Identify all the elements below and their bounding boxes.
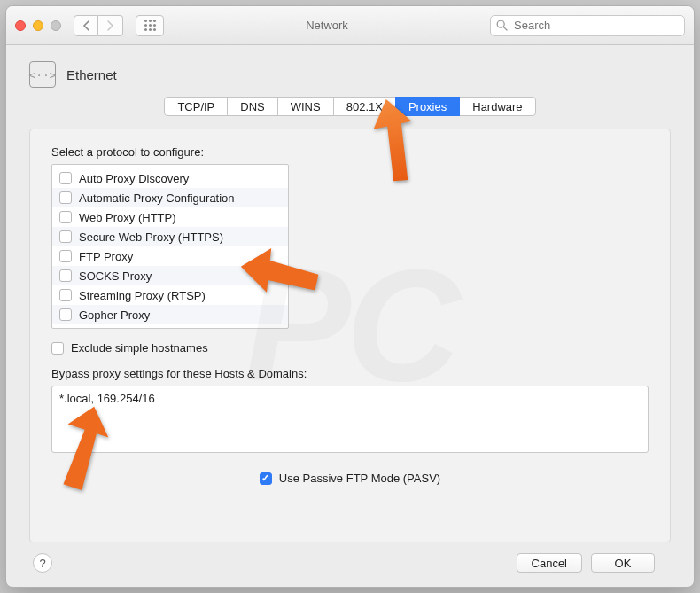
close-icon[interactable]	[15, 20, 26, 31]
protocol-label: Automatic Proxy Configuration	[79, 191, 235, 205]
search-wrap	[490, 15, 685, 36]
protocol-item[interactable]: Secure Web Proxy (HTTPS)	[52, 227, 288, 246]
ethernet-icon: <··>	[29, 61, 56, 88]
footer: ? Cancel OK	[29, 542, 671, 573]
protocol-item[interactable]: Auto Proxy Discovery	[52, 168, 288, 188]
tab-wins[interactable]: WINS	[277, 97, 334, 116]
bypass-field[interactable]	[51, 386, 649, 453]
protocol-item[interactable]: Gopher Proxy	[52, 305, 288, 324]
outer-frame: Network PC <··> Ethernet TCP/IPDNSWINS80…	[0, 0, 700, 593]
help-button[interactable]: ?	[33, 553, 52, 573]
protocol-list[interactable]: Auto Proxy DiscoveryAutomatic Proxy Conf…	[51, 164, 289, 329]
protocol-label: Gopher Proxy	[79, 308, 150, 322]
nav-buttons	[74, 15, 123, 36]
protocol-item[interactable]: Automatic Proxy Configuration	[52, 188, 288, 207]
interface-name: Ethernet	[66, 67, 117, 82]
window-controls	[15, 20, 61, 31]
protocol-item[interactable]: Web Proxy (HTTP)	[52, 207, 288, 227]
protocol-label: Select a protocol to configure:	[51, 145, 649, 159]
protocol-label: Streaming Proxy (RTSP)	[79, 289, 206, 302]
chevron-left-icon	[82, 20, 90, 31]
tab-8021x[interactable]: 802.1X	[333, 97, 396, 116]
protocol-item[interactable]: Streaming Proxy (RTSP)	[52, 285, 288, 305]
protocol-checkbox[interactable]	[59, 308, 72, 321]
exclude-row[interactable]: Exclude simple hostnames	[51, 341, 649, 355]
protocol-label: Secure Web Proxy (HTTPS)	[79, 230, 223, 244]
zoom-icon	[51, 20, 61, 31]
tab-hardware[interactable]: Hardware	[459, 97, 535, 116]
protocol-checkbox[interactable]	[59, 172, 72, 184]
ok-button[interactable]: OK	[591, 553, 655, 573]
bypass-label: Bypass proxy settings for these Hosts & …	[51, 367, 649, 380]
cancel-button[interactable]: Cancel	[517, 553, 582, 573]
grid-icon	[144, 20, 156, 31]
search-input[interactable]	[490, 15, 685, 36]
search-icon	[496, 20, 508, 34]
protocol-checkbox[interactable]	[59, 250, 72, 262]
protocol-item[interactable]: SOCKS Proxy	[52, 266, 288, 285]
protocol-label: FTP Proxy	[79, 250, 133, 263]
protocol-label: Auto Proxy Discovery	[79, 172, 189, 185]
protocol-item[interactable]: FTP Proxy	[52, 246, 288, 266]
pasv-label: Use Passive FTP Mode (PASV)	[279, 472, 440, 485]
chevron-right-icon	[106, 20, 114, 31]
window-title: Network	[171, 19, 483, 32]
protocol-checkbox[interactable]	[59, 191, 72, 204]
svg-line-1	[503, 27, 507, 30]
tab-bar: TCP/IPDNSWINS802.1XProxiesHardware	[29, 97, 671, 116]
body: PC <··> Ethernet TCP/IPDNSWINS802.1XProx…	[6, 45, 694, 587]
tab-dns[interactable]: DNS	[227, 97, 277, 116]
protocol-checkbox[interactable]	[59, 289, 72, 301]
forward-button[interactable]	[98, 15, 123, 36]
pasv-row[interactable]: Use Passive FTP Mode (PASV)	[51, 472, 649, 485]
protocol-label: SOCKS Proxy	[79, 269, 152, 283]
minimize-icon[interactable]	[33, 20, 43, 31]
interface-header: <··> Ethernet	[29, 61, 671, 88]
titlebar: Network	[6, 6, 694, 45]
exclude-label: Exclude simple hostnames	[71, 341, 208, 355]
protocol-checkbox[interactable]	[59, 211, 72, 223]
exclude-checkbox[interactable]	[51, 342, 64, 355]
show-all-button[interactable]	[136, 15, 164, 36]
protocol-checkbox[interactable]	[59, 269, 72, 282]
tab-proxies[interactable]: Proxies	[395, 97, 460, 116]
proxies-pane: Select a protocol to configure: Auto Pro…	[29, 129, 671, 542]
pasv-checkbox[interactable]	[260, 472, 272, 485]
window: Network PC <··> Ethernet TCP/IPDNSWINS80…	[5, 5, 695, 588]
tab-tcpip[interactable]: TCP/IP	[164, 97, 228, 116]
protocol-label: Web Proxy (HTTP)	[79, 211, 176, 224]
back-button[interactable]	[74, 15, 98, 36]
protocol-checkbox[interactable]	[59, 230, 72, 243]
